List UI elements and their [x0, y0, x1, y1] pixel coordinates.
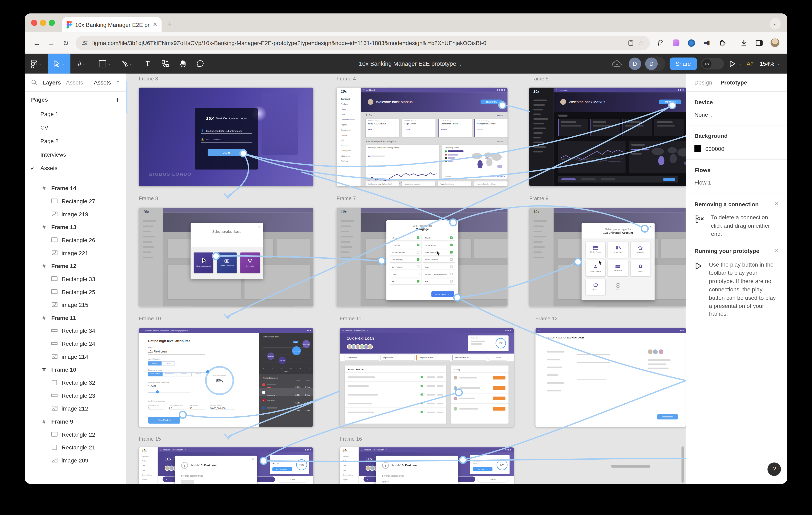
page-item-active[interactable]: ✓Assets: [25, 161, 126, 175]
site-settings-icon[interactable]: [82, 40, 88, 46]
page-chooser[interactable]: Assets: [94, 79, 111, 86]
product-type-card[interactable]: Credit cards: [608, 260, 628, 276]
frame-label[interactable]: Frame 7: [337, 195, 356, 201]
modal-close-icon[interactable]: ✕: [258, 224, 261, 228]
frame-15-publish[interactable]: 10x DashboardProductsOffersDataCommunica…: [139, 448, 313, 484]
new-tab-button[interactable]: +: [168, 20, 172, 28]
service-chip[interactable]: Fees & Charges✓: [390, 256, 422, 262]
current-user-menu[interactable]: D ⌄: [644, 57, 665, 71]
extension-font-icon[interactable]: f?: [655, 38, 666, 48]
service-chip[interactable]: Eligibility✓: [423, 235, 455, 241]
resources-tool[interactable]: [156, 54, 174, 74]
page-item[interactable]: Page 1: [25, 107, 126, 121]
frame-11-product[interactable]: ☰Products · 10x Flexi Loan⌃ 10x Flexi Lo…: [340, 328, 514, 427]
service-chip[interactable]: Foreign Payments: [423, 256, 455, 262]
sim-field[interactable]: 3: [148, 407, 164, 410]
collaborator-avatar-1[interactable]: D: [628, 57, 642, 71]
save-product-button[interactable]: Save Product: [148, 417, 180, 424]
horizontal-scrollbar[interactable]: [611, 465, 650, 468]
product-type-card[interactable]: 10x One Account: [586, 242, 606, 258]
zoom-level[interactable]: 154%: [760, 61, 774, 67]
help-button[interactable]: ?: [767, 462, 781, 476]
side-panel-icon[interactable]: [754, 38, 764, 48]
frame-label[interactable]: Frame 12: [535, 316, 557, 321]
publish-tab[interactable]: Publish: [477, 477, 509, 482]
flow-item[interactable]: Flow 1: [694, 180, 779, 186]
extensions-puzzle-icon[interactable]: [717, 38, 728, 48]
password-field[interactable]: 🔒 ••••••••••••••••: [201, 138, 252, 142]
layer-rect[interactable]: Rectangle 27: [25, 194, 126, 208]
service-chip[interactable]: Goals: [423, 264, 455, 270]
location-overview-link[interactable]: LOCATION OVERVIEW: [488, 175, 505, 178]
extension-camera-icon[interactable]: [686, 38, 696, 48]
tab-close-icon[interactable]: ✕: [152, 21, 157, 28]
frame-label[interactable]: Frame 4: [337, 76, 356, 81]
tab-prototype[interactable]: Prototype: [721, 79, 747, 86]
background-hex[interactable]: 000000: [705, 145, 724, 152]
service-chip[interactable]: KYC✓: [390, 278, 422, 284]
shape-tool[interactable]: ⌄: [93, 54, 116, 74]
lifecycle-option[interactable]: Refinance: [177, 372, 192, 376]
reload-icon[interactable]: ↻: [61, 39, 70, 47]
tab-layers[interactable]: Layers: [42, 79, 61, 86]
dev-mode-toggle[interactable]: </>: [701, 58, 724, 70]
publish-tab[interactable]: Publish: [488, 355, 509, 360]
window-minimize-button[interactable]: [40, 20, 46, 26]
back-icon[interactable]: ←: [32, 39, 41, 47]
stage-tab[interactable]: Compliance Review: [416, 355, 450, 360]
product-type-card[interactable]: Savings: [586, 279, 606, 295]
missing-font-badge[interactable]: A?: [747, 61, 753, 67]
frame-label[interactable]: Frame 11: [340, 316, 361, 321]
frame-5-dark-dashboard[interactable]: 10x ☰Dashboard Welcome back Markus CREAT…: [529, 87, 686, 186]
frame-10-configurator[interactable]: ←Products · Product configurator · New M…: [139, 328, 313, 427]
frame-tool[interactable]: #⌄: [70, 54, 93, 74]
page-item[interactable]: CV: [25, 121, 126, 134]
window-close-button[interactable]: [31, 20, 37, 26]
product-type-card-custom[interactable]: Custom: [608, 279, 628, 295]
layer-image[interactable]: image 212: [25, 402, 126, 415]
vertical-scrollbar[interactable]: [682, 446, 684, 483]
layer-rect[interactable]: Rectangle 22: [25, 428, 126, 441]
frame-12-interest-rates[interactable]: ☰ Interest Rates for 10x Flexi Loan: [535, 328, 686, 427]
frame-8-select-base[interactable]: 10x ✕ Select product base 10x U: [139, 208, 313, 306]
close-icon[interactable]: ✕: [774, 248, 779, 254]
name-input[interactable]: 10x Flexi Loan: [148, 350, 205, 354]
frame-16-publish-age[interactable]: 10x DashboardProductsOffersDataCommunica…: [340, 448, 514, 484]
layer-frame[interactable]: #Frame 13: [25, 220, 126, 233]
service-chip[interactable]: Send payments✓: [423, 242, 455, 248]
collapse-pages-chevron[interactable]: ⌃: [116, 80, 120, 85]
tab-assets[interactable]: Assets: [66, 79, 83, 86]
window-zoom-button[interactable]: [49, 20, 55, 26]
sim-field[interactable]: 2.5: [169, 407, 184, 410]
layer-image[interactable]: image 209: [25, 454, 126, 467]
create-new-button[interactable]: CREATE NEW: [481, 100, 502, 104]
layer-rect[interactable]: Rectangle 34: [25, 324, 126, 337]
product-type-card[interactable]: Loans: [631, 260, 650, 276]
stage-tab[interactable]: Management Review: [452, 355, 486, 360]
publish-product-button[interactable]: PUBLISH PRODUCT: [272, 467, 292, 471]
product-type-card[interactable]: Current account: [586, 260, 606, 276]
layer-frame[interactable]: #Frame 12: [25, 259, 126, 272]
frame-label[interactable]: Frame 8: [139, 195, 158, 201]
todo-card[interactable]: 10.03.18 · Category Compliance Review AS…: [438, 119, 472, 137]
stage-tab[interactable]: Product defined: [345, 355, 379, 360]
copy-icon[interactable]: [628, 39, 634, 46]
frame-9-select-type[interactable]: 10x ✕ Select product type for 10x Univer…: [529, 208, 686, 306]
lifecycle-option[interactable]: First time buyer: [163, 372, 177, 376]
frame-7-select-services[interactable]: 10x ✕ Select services for Mortgage Inter…: [337, 208, 508, 306]
move-tool[interactable]: ⌄: [48, 54, 70, 74]
layer-rect[interactable]: Rectangle 26: [25, 233, 126, 246]
share-button[interactable]: Share: [669, 58, 697, 70]
product-type-card[interactable]: Mortgage: [631, 242, 650, 258]
frame-4-dashboard[interactable]: 10x DashboardProductsOffersDataCommunica…: [337, 87, 508, 186]
layer-image[interactable]: image 214: [25, 350, 126, 363]
profile-avatar[interactable]: [770, 38, 780, 48]
layer-rect[interactable]: Rectangle 21: [25, 441, 126, 454]
publish-product-button[interactable]: PUBLISH PRODUCT: [473, 467, 492, 471]
stage-tab[interactable]: Legal Review: [381, 355, 414, 360]
file-title[interactable]: 10x Banking Manager E2E prototype ⌄: [209, 61, 612, 67]
extension-pink-icon[interactable]: [671, 38, 681, 48]
layer-rect[interactable]: Rectangle 32: [25, 376, 126, 389]
modal-close-icon[interactable]: ✕: [649, 224, 652, 228]
background-swatch[interactable]: [694, 145, 701, 152]
